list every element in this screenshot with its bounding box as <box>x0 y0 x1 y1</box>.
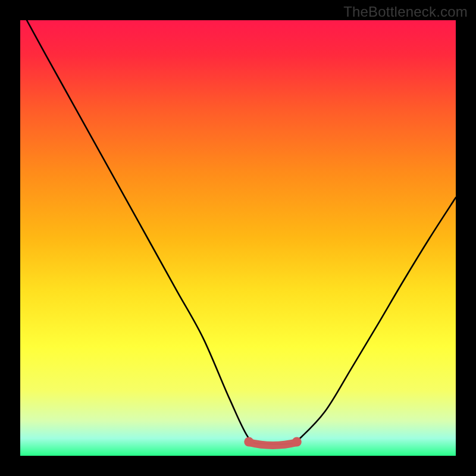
bottleneck-chart <box>20 20 456 456</box>
chart-container: TheBottleneck.com <box>0 0 476 476</box>
plot-area <box>20 20 456 456</box>
watermark-text: TheBottleneck.com <box>343 4 468 20</box>
svg-rect-0 <box>20 20 456 456</box>
svg-point-1 <box>244 437 253 447</box>
svg-point-2 <box>292 437 302 447</box>
